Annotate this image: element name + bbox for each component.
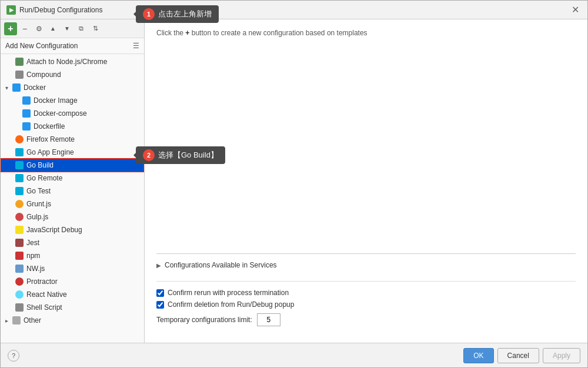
hint-plus: + <box>185 29 189 37</box>
shell-script-label: Shell Script <box>26 303 62 312</box>
tree-item-jest[interactable]: Jest <box>1 236 144 249</box>
other-label: Other <box>24 316 41 324</box>
go-test-label: Go Test <box>26 187 51 195</box>
nwjs-label: NW.js <box>26 265 45 273</box>
js-debug-icon <box>15 225 24 235</box>
tree-item-shell-script[interactable]: Shell Script <box>1 301 144 314</box>
protractor-label: Protractor <box>26 277 58 286</box>
services-label: Configurations Available in Services <box>165 261 277 269</box>
app-icon: ▶ <box>6 5 16 15</box>
confirm-deletion-label: Confirm deletion from Run/Debug popup <box>168 300 294 309</box>
filter-icon: ☰ <box>133 42 139 50</box>
shell-script-icon <box>15 303 24 312</box>
left-panel-header: Add New Configuration ☰ <box>1 38 144 54</box>
tree-item-compound[interactable]: Compound <box>1 68 144 81</box>
remove-configuration-button[interactable]: − <box>18 22 31 35</box>
tree-item-react-native[interactable]: React Native <box>1 288 144 301</box>
add-new-config-label: Add New Configuration <box>5 42 78 50</box>
cancel-button[interactable]: Cancel <box>497 348 539 363</box>
dialog-footer: ? OK Cancel Apply <box>1 343 587 367</box>
go-test-icon <box>15 186 24 196</box>
tree-item-firefox[interactable]: Firefox Remote <box>1 133 144 146</box>
jest-icon <box>15 238 24 247</box>
services-header[interactable]: ▶ Configurations Available in Services <box>156 259 576 272</box>
go-app-engine-label: Go App Engine <box>26 148 74 156</box>
move-up-button[interactable]: ▲ <box>46 22 59 35</box>
nwjs-icon <box>15 264 24 273</box>
dockerfile-icon <box>22 122 31 131</box>
gulp-icon <box>15 212 24 222</box>
tree-item-gruntjs[interactable]: Grunt.js <box>1 198 144 210</box>
run-debug-dialog: 1点击左上角新增 2选择【Go Build】 ▶ Run/Debug Confi… <box>0 0 588 368</box>
docker-chevron: ▾ <box>5 85 8 91</box>
left-toolbar: + − ⚙ ▲ ▼ ⧉ ⇅ <box>1 19 144 38</box>
gruntjs-label: Grunt.js <box>26 200 51 208</box>
main-content: + − ⚙ ▲ ▼ ⧉ ⇅ Add New Configuration ☰ At… <box>1 19 587 343</box>
bottom-options: Confirm rerun with process termination C… <box>156 281 576 333</box>
tree-item-npm[interactable]: npm <box>1 249 144 262</box>
js-debug-label: JavaScript Debug <box>26 226 82 234</box>
tree-item-docker-compose[interactable]: Docker-compose <box>1 107 144 120</box>
temp-limit-input[interactable] <box>257 313 280 326</box>
npm-label: npm <box>26 252 40 260</box>
docker-image-icon <box>22 96 31 105</box>
move-down-button[interactable]: ▼ <box>61 22 74 35</box>
attach-node-label: Attach to Node.js/Chrome <box>26 58 107 66</box>
grunt-icon <box>15 199 24 209</box>
tree-item-go-app-engine[interactable]: Go App Engine <box>1 146 144 159</box>
sort-button[interactable]: ⇅ <box>89 22 102 35</box>
react-native-icon <box>15 290 24 299</box>
help-button[interactable]: ? <box>8 350 19 362</box>
tree-item-protractor[interactable]: Protractor <box>1 275 144 288</box>
tree-item-docker[interactable]: ▾ Docker <box>1 81 144 94</box>
docker-image-label: Docker Image <box>34 96 78 105</box>
temp-limit-label: Temporary configurations limit: <box>156 316 252 324</box>
confirm-rerun-checkbox[interactable] <box>156 289 164 297</box>
tree-item-attach-node[interactable]: Attach to Node.js/Chrome <box>1 55 144 68</box>
other-chevron: ▸ <box>5 317 8 324</box>
tree-item-gulpjs[interactable]: Gulp.js <box>1 210 144 223</box>
tree-item-other[interactable]: ▸ Other <box>1 314 144 327</box>
hint-text: Click the + button to create a new confi… <box>156 29 576 37</box>
services-section: ▶ Configurations Available in Services <box>156 253 576 276</box>
react-native-label: React Native <box>26 290 67 299</box>
compound-label: Compound <box>26 71 61 79</box>
tree-item-js-debug[interactable]: JavaScript Debug <box>1 223 144 236</box>
tree-item-nwjs[interactable]: NW.js <box>1 262 144 275</box>
title-bar: ▶ Run/Debug Configurations ✕ <box>1 1 587 19</box>
temp-limit-row: Temporary configurations limit: <box>156 313 576 326</box>
apply-button[interactable]: Apply <box>543 348 580 363</box>
settings-button[interactable]: ⚙ <box>32 22 45 35</box>
go-engine-icon <box>15 148 24 157</box>
docker-icon <box>12 83 21 92</box>
protractor-icon <box>15 277 24 286</box>
compound-icon <box>15 70 24 79</box>
tree-item-docker-image[interactable]: Docker Image <box>1 94 144 107</box>
docker-compose-icon <box>22 109 31 118</box>
tree-item-go-remote[interactable]: Go Remote <box>1 172 144 185</box>
dockerfile-label: Dockerfile <box>34 122 65 131</box>
firefox-label: Firefox Remote <box>26 135 75 143</box>
confirm-rerun-row: Confirm rerun with process termination <box>156 289 576 297</box>
right-panel: Click the + button to create a new confi… <box>145 19 587 343</box>
go-build-label: Go Build <box>26 161 54 169</box>
configuration-tree: Attach to Node.js/Chrome Compound ▾ Dock… <box>1 54 144 343</box>
confirm-deletion-checkbox[interactable] <box>156 301 164 309</box>
copy-button[interactable]: ⧉ <box>75 22 88 35</box>
confirm-rerun-label: Confirm rerun with process termination <box>168 289 289 297</box>
hint-suffix: button to create a new configuration bas… <box>192 29 368 37</box>
dialog-title: Run/Debug Configurations <box>19 6 566 14</box>
ok-button[interactable]: OK <box>463 348 493 363</box>
docker-label: Docker <box>24 83 46 92</box>
docker-compose-label: Docker-compose <box>34 109 87 118</box>
other-icon <box>12 316 21 325</box>
tree-item-dockerfile[interactable]: Dockerfile <box>1 120 144 133</box>
go-remote-label: Go Remote <box>26 174 62 182</box>
confirm-deletion-row: Confirm deletion from Run/Debug popup <box>156 300 576 309</box>
npm-icon <box>15 251 24 260</box>
tree-item-go-build[interactable]: Go Build <box>1 159 144 172</box>
add-configuration-button[interactable]: + <box>4 22 17 35</box>
hint-prefix: Click the <box>156 29 183 37</box>
tree-item-go-test[interactable]: Go Test <box>1 185 144 198</box>
close-button[interactable]: ✕ <box>569 4 582 16</box>
